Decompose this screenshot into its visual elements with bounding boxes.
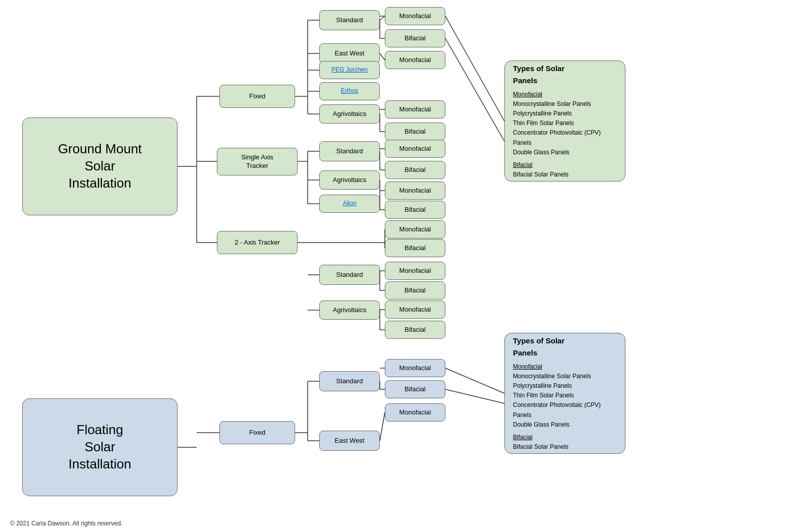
green-bifacial-header: Bifacial — [513, 160, 617, 170]
svg-line-44 — [445, 38, 504, 141]
svg-line-43 — [445, 16, 504, 121]
fixed-standard: Standard — [319, 10, 380, 30]
fixed-standard-label: Standard — [336, 16, 363, 25]
alion-label[interactable]: Alion — [343, 200, 357, 208]
lower-agrivoltaics: Agrivoltaics — [319, 301, 380, 320]
floating-main: Floating Solar Installation — [22, 398, 178, 496]
leaf-fagri-mono: Monofacial — [385, 100, 445, 119]
float-east-west: East West — [319, 431, 380, 451]
single-standard: Standard — [319, 141, 380, 161]
float-leaf-mono1: Monofacial — [385, 359, 445, 377]
leaf-lagri-mono: Monofacial — [385, 301, 445, 319]
leaf-ls-bi: Bifacial — [385, 281, 445, 300]
fixed-label: Fixed — [249, 92, 265, 101]
copyright: © 2021 Carla Dawson. All rights reserved… — [10, 520, 123, 527]
ground-mount-main: Ground Mount Solar Installation — [22, 117, 178, 215]
blue-bifacial-header: Bifacial — [513, 433, 617, 442]
leaf-2ax-mono: Monofacial — [385, 220, 445, 239]
blue-monofacial-header: Monofacial — [513, 362, 617, 372]
single-alion: Alion — [319, 195, 380, 213]
blue-info-title: Types of SolarPanels — [513, 335, 617, 359]
erthos-label[interactable]: Erthos — [341, 87, 359, 95]
leaf-sagri-bi: Bifacial — [385, 201, 445, 219]
fixed-agrivoltaics: Agrivoltaics — [319, 104, 380, 124]
leaf-ls-mono: Monofacial — [385, 262, 445, 280]
leaf-fs-bi: Bifacial — [385, 29, 445, 47]
lower-standard: Standard — [319, 265, 380, 285]
single-standard-label: Standard — [336, 147, 363, 156]
leaf-fs-mono: Monofacial — [385, 7, 445, 25]
floating-label: Floating Solar Installation — [69, 422, 131, 472]
fixed-east-west-label: East West — [334, 49, 364, 58]
two-axis-label: 2 - Axis Tracker — [235, 239, 280, 247]
green-bi-items: Bifacial Solar Panels — [513, 171, 568, 178]
floating-fixed: Fixed — [219, 421, 295, 444]
leaf-ss-bi: Bifacial — [385, 161, 445, 179]
leaf-ss-mono: Monofacial — [385, 140, 445, 158]
blue-info-box: Types of SolarPanels Monofacial Monocrys… — [504, 333, 625, 454]
blue-mono-items: Monocrystalline Solar PanelsPolycrystall… — [513, 373, 601, 428]
single-axis-label: Single Axis Tracker — [241, 153, 273, 170]
ground-mount-label: Ground Mount Solar Installation — [58, 141, 142, 192]
svg-line-55 — [380, 412, 385, 441]
peg-label[interactable]: PEG Jurchen — [331, 66, 367, 74]
green-info-box: Types of SolarPanels Monofacial Monocrys… — [504, 61, 625, 182]
fixed-east-west: East West — [319, 43, 380, 64]
float-leaf-mono2: Monofacial — [385, 403, 445, 422]
float-leaf-bi1: Bifacial — [385, 380, 445, 398]
single-agrivoltaics: Agrivoltaics — [319, 170, 380, 190]
leaf-sagri-mono: Monofacial — [385, 182, 445, 200]
fixed-agrivoltaics-label: Agrivoltaics — [333, 110, 366, 119]
leaf-2ax-bi: Bifacial — [385, 239, 445, 257]
single-axis-node: Single Axis Tracker — [217, 148, 298, 175]
green-mono-items: Monocrystalline Solar PanelsPolycrystall… — [513, 100, 601, 156]
floating-fixed-label: Fixed — [249, 429, 265, 437]
fixed-node: Fixed — [219, 85, 295, 108]
leaf-fagri-bi: Bifacial — [385, 123, 445, 141]
float-standard: Standard — [319, 371, 380, 391]
blue-bi-items: Bifacial Solar Panels — [513, 443, 568, 450]
svg-line-57 — [445, 389, 504, 403]
green-monofacial-header: Monofacial — [513, 90, 617, 99]
leaf-few-mono: Monofacial — [385, 51, 445, 69]
fixed-erthos: Erthos — [319, 82, 380, 100]
single-agrivoltaics-label: Agrivoltaics — [333, 176, 366, 185]
fixed-peg: PEG Jurchen — [319, 61, 380, 79]
svg-line-16 — [380, 53, 385, 60]
green-info-title: Types of SolarPanels — [513, 63, 617, 87]
svg-line-56 — [445, 368, 504, 393]
leaf-lagri-bi: Bifacial — [385, 321, 445, 339]
two-axis-node: 2 - Axis Tracker — [217, 231, 298, 254]
svg-line-12 — [380, 16, 385, 20]
